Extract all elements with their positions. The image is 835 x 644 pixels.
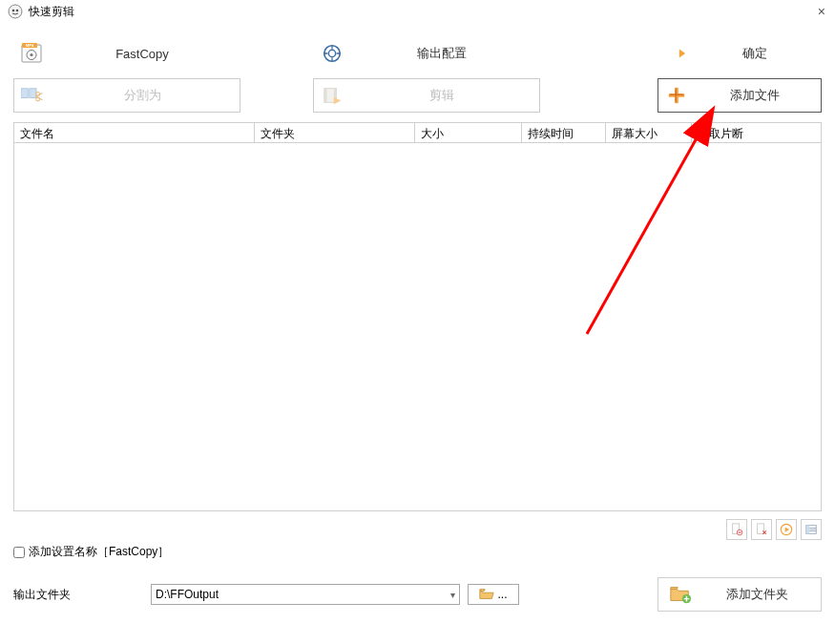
svg-point-7 (30, 53, 32, 56)
mp4-format-icon: MP4 (20, 41, 45, 66)
app-icon (8, 4, 23, 19)
ok-label: 确定 (689, 45, 821, 62)
page-delete-icon (730, 523, 743, 536)
svg-point-9 (328, 50, 335, 56)
svg-rect-15 (324, 89, 327, 103)
edit-button[interactable]: 剪辑 (313, 78, 540, 113)
actions-row (0, 511, 835, 540)
fastcopy-label: FastCopy (45, 47, 240, 61)
browse-label: ... (497, 588, 507, 601)
mini-info-button[interactable] (801, 519, 822, 540)
split-button[interactable]: 分割为 (13, 78, 240, 113)
col-size[interactable]: 大小 (415, 123, 522, 142)
edit-label: 剪辑 (344, 87, 539, 104)
svg-marker-26 (785, 527, 789, 531)
svg-rect-11 (30, 89, 36, 98)
add-folder-label: 添加文件夹 (693, 586, 821, 603)
window-title: 快速剪辑 (29, 4, 74, 20)
arrow-right-icon (664, 41, 689, 66)
film-play-icon (320, 83, 344, 108)
col-folder[interactable]: 文件夹 (255, 123, 415, 142)
add-settings-name-checkbox[interactable] (13, 547, 25, 558)
output-folder-select[interactable]: D:\FFOutput ▾ (151, 584, 460, 605)
output-row: 输出文件夹 D:\FFOutput ▾ ... 添加文件夹 (0, 564, 835, 621)
col-clip[interactable]: 截取片断 (692, 123, 821, 142)
chevron-down-icon: ▾ (450, 590, 455, 600)
toolbar-row-1: MP4 FastCopy 输出配置 确定 (0, 32, 835, 74)
mini-clear-button[interactable] (751, 519, 772, 540)
svg-rect-10 (21, 89, 28, 98)
svg-point-0 (9, 5, 22, 18)
svg-text:MP4: MP4 (26, 43, 34, 48)
close-icon[interactable]: × (818, 4, 825, 19)
svg-rect-20 (676, 89, 677, 103)
output-config-label: 输出配置 (344, 45, 539, 62)
add-folder-button[interactable]: 添加文件夹 (658, 577, 822, 612)
settings-check-row: 添加设置名称［FastCopy］ (0, 540, 835, 564)
mini-delete-button[interactable] (726, 519, 747, 540)
svg-rect-21 (670, 94, 684, 95)
folder-open-icon (479, 588, 494, 601)
browse-button[interactable]: ... (468, 584, 519, 605)
col-duration[interactable]: 持续时间 (522, 123, 606, 142)
plus-icon (664, 83, 689, 108)
ok-button[interactable]: 确定 (658, 36, 822, 71)
gear-icon (320, 41, 344, 66)
page-x-icon (755, 523, 768, 536)
output-folder-label: 输出文件夹 (13, 587, 143, 603)
info-grid-icon (804, 523, 818, 536)
add-settings-name-label: 添加设置名称［FastCopy］ (29, 544, 169, 560)
svg-rect-28 (806, 526, 810, 534)
add-file-button[interactable]: 添加文件 (658, 78, 822, 113)
play-circle-icon (780, 523, 793, 536)
toolbar-row-2: 分割为 剪辑 添加文件 (0, 74, 835, 116)
svg-rect-24 (758, 524, 764, 534)
table-header: 文件名 文件夹 大小 持续时间 屏幕大小 截取片断 (13, 122, 822, 143)
mini-play-button[interactable] (776, 519, 797, 540)
svg-point-2 (16, 10, 19, 12)
col-screensize[interactable]: 屏幕大小 (606, 123, 692, 142)
folder-plus-icon (668, 582, 693, 607)
output-config-button[interactable]: 输出配置 (313, 36, 540, 71)
add-file-label: 添加文件 (689, 87, 821, 104)
split-label: 分割为 (45, 87, 240, 104)
svg-point-1 (12, 10, 15, 12)
svg-marker-17 (334, 97, 341, 104)
fastcopy-button[interactable]: MP4 FastCopy (13, 36, 240, 71)
title-bar: 快速剪辑 × (0, 0, 835, 23)
table-body[interactable] (13, 143, 822, 511)
output-folder-value: D:\FFOutput (156, 588, 450, 601)
scissors-icon (20, 83, 45, 108)
col-filename[interactable]: 文件名 (14, 123, 255, 142)
